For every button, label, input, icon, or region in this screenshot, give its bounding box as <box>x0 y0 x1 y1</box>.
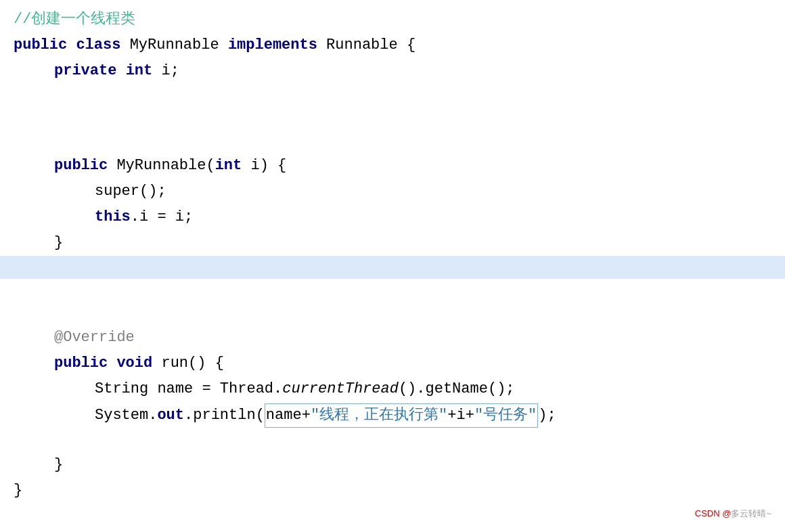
brace-close1: } <box>54 231 63 254</box>
annotation-override: @Override <box>54 326 135 349</box>
super-call: super(); <box>95 180 166 203</box>
code-line-close-constructor: } <box>0 230 785 256</box>
code-line-constructor: public MyRunnable(int i) { <box>0 153 785 179</box>
string-type: String <box>95 378 157 401</box>
code-line-empty-6 <box>0 429 785 452</box>
plus-i: +i+ <box>447 407 474 424</box>
brace-close3: } <box>14 479 22 502</box>
system-text: System. <box>95 404 157 427</box>
watermark: CSDN @多云转晴~ <box>695 508 771 520</box>
out-text: out <box>157 404 184 427</box>
string-literal2: "号任务" <box>474 407 537 424</box>
code-line-close-method: } <box>0 452 785 478</box>
code-line-highlighted-empty <box>0 256 785 279</box>
code-line-empty-4 <box>0 279 785 302</box>
keyword-this: this <box>95 206 131 229</box>
println-args-highlight: name+"线程，正在执行第"+i+"号任务" <box>265 403 538 428</box>
code-line-class-decl: public class MyRunnable implements Runna… <box>0 32 785 58</box>
code-line-comment: //创建一个线程类 <box>0 7 785 32</box>
current-thread: currentThread <box>282 378 399 401</box>
comment-text: //创建一个线程类 <box>14 8 135 31</box>
code-line-empty-5 <box>0 302 785 325</box>
keyword-private: private <box>54 60 126 83</box>
keyword-int: int <box>126 60 162 83</box>
code-line-empty-1 <box>0 84 785 107</box>
code-line-this-assign: this.i = i; <box>0 204 785 230</box>
keyword-void: void <box>116 352 161 375</box>
name-var: name+ <box>266 407 311 424</box>
interface-name: Runnable { <box>326 34 416 57</box>
keyword-public3: public <box>54 352 116 375</box>
code-container: //创建一个线程类 public class MyRunnable implem… <box>0 0 785 532</box>
brace-close2: } <box>54 453 63 476</box>
string-literal1: "线程，正在执行第" <box>311 407 447 424</box>
var-name: name <box>157 378 193 401</box>
watermark-csdn: CSDN @ <box>695 508 732 518</box>
code-line-super: super(); <box>0 179 785 204</box>
this-assign: .i = i; <box>131 206 193 229</box>
constructor-name: MyRunnable( <box>116 154 215 177</box>
keyword-public: public <box>14 34 76 57</box>
keyword-class: class <box>76 34 129 57</box>
code-line-string-name: String name = Thread.currentThread().get… <box>0 376 785 402</box>
watermark-author: 多云转晴~ <box>731 508 771 518</box>
code-line-annotation: @Override <box>0 325 785 351</box>
method-run: run() { <box>161 352 223 375</box>
keyword-public2: public <box>54 154 116 177</box>
assign-op: = Thread. <box>193 378 282 401</box>
keyword-implements: implements <box>228 34 326 57</box>
field-i: i; <box>161 60 179 83</box>
code-line-empty-3 <box>0 130 785 153</box>
code-line-field: private int i; <box>0 58 785 84</box>
code-line-method: public void run() { <box>0 351 785 376</box>
code-line-println: System.out.println(name+"线程，正在执行第"+i+"号任… <box>0 402 785 429</box>
code-line-empty-2 <box>0 107 785 130</box>
keyword-int2: int <box>215 154 251 177</box>
code-line-close-class: } <box>0 478 785 504</box>
class-name: MyRunnable <box>130 34 228 57</box>
param-i: i) { <box>250 154 286 177</box>
get-name-call: ().getName(); <box>399 378 515 401</box>
println-close: ); <box>538 404 556 427</box>
println-text: .println( <box>184 404 265 427</box>
